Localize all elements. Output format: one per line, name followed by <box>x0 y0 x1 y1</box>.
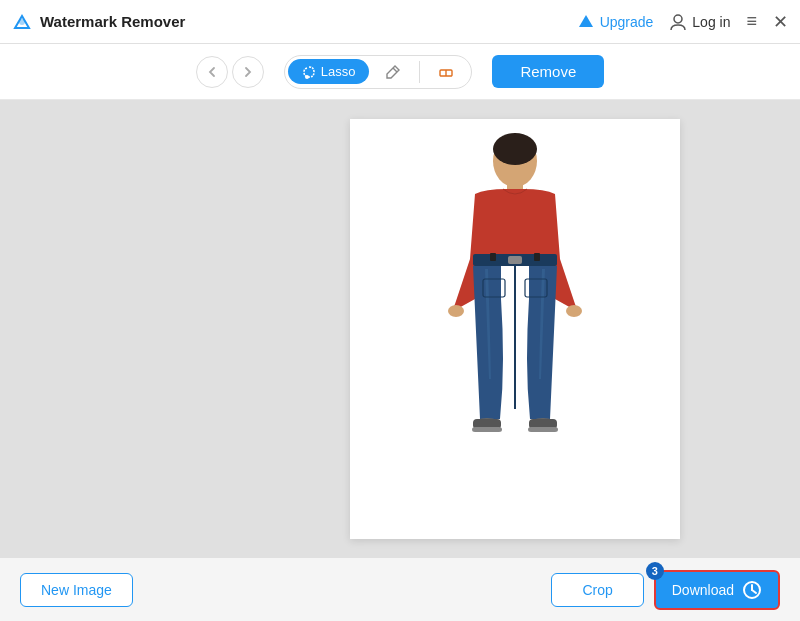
svg-rect-13 <box>490 253 496 261</box>
new-image-button[interactable]: New Image <box>20 573 133 607</box>
main-content <box>0 100 800 557</box>
svg-point-8 <box>493 133 537 165</box>
svg-point-11 <box>566 305 582 317</box>
svg-rect-14 <box>534 253 540 261</box>
app-title: Watermark Remover <box>40 13 185 30</box>
lasso-icon <box>302 65 316 79</box>
remove-button[interactable]: Remove <box>492 55 604 88</box>
clock-icon <box>742 580 762 600</box>
upgrade-button[interactable]: Upgrade <box>577 13 654 31</box>
svg-line-4 <box>393 68 397 72</box>
eraser-tool-button[interactable] <box>424 59 468 85</box>
lasso-tool-button[interactable]: Lasso <box>288 59 370 84</box>
menu-button[interactable]: ≡ <box>746 11 757 32</box>
tool-separator <box>419 61 420 83</box>
brush-tool-button[interactable] <box>371 59 415 85</box>
canvas-area <box>230 100 800 557</box>
svg-rect-23 <box>472 427 502 432</box>
svg-rect-24 <box>528 427 558 432</box>
crop-button[interactable]: Crop <box>551 573 643 607</box>
app-icon <box>12 12 32 32</box>
bottom-bar: New Image Crop 3 Download <box>0 557 800 621</box>
svg-rect-15 <box>508 256 522 264</box>
title-bar-right: Upgrade Log in ≡ ✕ <box>577 11 788 33</box>
forward-icon <box>242 66 254 78</box>
eraser-icon <box>438 64 454 80</box>
menu-icon: ≡ <box>746 11 757 32</box>
person-figure <box>415 129 615 529</box>
close-button[interactable]: ✕ <box>773 11 788 33</box>
upgrade-icon <box>577 13 595 31</box>
close-icon: ✕ <box>773 11 788 33</box>
tool-group: Lasso <box>284 55 473 89</box>
download-button[interactable]: Download <box>654 570 780 610</box>
svg-point-2 <box>674 15 682 23</box>
svg-line-27 <box>752 590 756 593</box>
svg-marker-1 <box>579 15 593 27</box>
title-bar-left: Watermark Remover <box>12 12 185 32</box>
login-button[interactable]: Log in <box>669 13 730 31</box>
back-icon <box>206 66 218 78</box>
login-icon <box>669 13 687 31</box>
svg-point-10 <box>448 305 464 317</box>
nav-group <box>196 56 264 88</box>
forward-button[interactable] <box>232 56 264 88</box>
bottom-right: Crop 3 Download <box>551 570 780 610</box>
download-wrapper: 3 Download <box>654 570 780 610</box>
svg-point-3 <box>305 75 309 79</box>
toolbar: Lasso Remove <box>0 44 800 100</box>
download-badge: 3 <box>646 562 664 580</box>
back-button[interactable] <box>196 56 228 88</box>
left-panel <box>0 100 230 557</box>
brush-icon <box>385 64 401 80</box>
title-bar: Watermark Remover Upgrade Log in ≡ ✕ <box>0 0 800 44</box>
image-container <box>350 119 680 539</box>
svg-point-0 <box>19 19 25 25</box>
